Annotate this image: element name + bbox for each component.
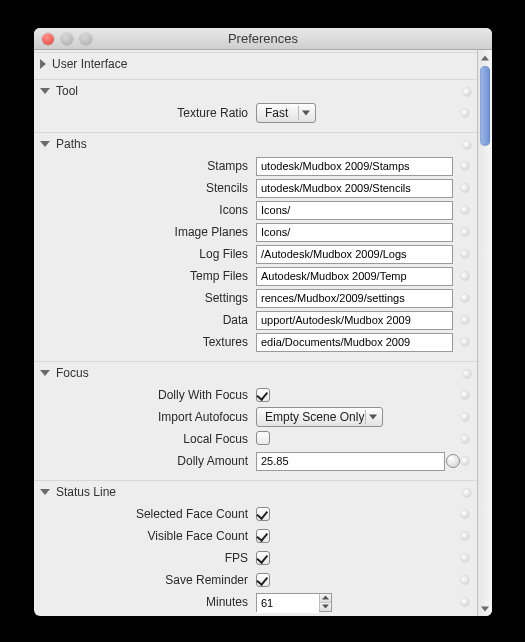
reset-icon[interactable] — [461, 272, 469, 280]
reset-icon[interactable] — [461, 510, 469, 518]
chevron-right-icon — [40, 59, 46, 69]
section-header-tool[interactable]: Tool — [40, 84, 471, 98]
section-reset-icon[interactable] — [463, 141, 471, 149]
row-settings: Settings — [40, 287, 471, 309]
section-header-status-line[interactable]: Status Line — [40, 485, 471, 499]
checkbox-fps[interactable] — [256, 551, 270, 565]
row-fps: FPS — [40, 547, 471, 569]
row-selected-face-count: Selected Face Count — [40, 503, 471, 525]
section-reset-icon[interactable] — [463, 489, 471, 497]
reset-icon[interactable] — [461, 338, 469, 346]
input-temp-files[interactable] — [256, 267, 453, 286]
select-import-autofocus[interactable]: Empty Scene Only — [256, 407, 383, 427]
minimize-icon[interactable] — [61, 33, 73, 45]
label-selected-face-count: Selected Face Count — [40, 507, 250, 521]
section-title: Focus — [56, 366, 89, 380]
spinner-minutes — [256, 593, 332, 612]
label-textures: Textures — [40, 335, 250, 349]
chevron-down-icon — [40, 88, 50, 94]
slider-thumb-icon[interactable] — [446, 454, 460, 468]
input-image-planes[interactable] — [256, 223, 453, 242]
reset-icon[interactable] — [461, 576, 469, 584]
label-data: Data — [40, 313, 250, 327]
section-status-line: Status Line Selected Face Count Visible … — [34, 480, 477, 616]
section-title: Status Line — [56, 485, 116, 499]
checkbox-selected-face-count[interactable] — [256, 507, 270, 521]
stepper-down-icon[interactable] — [320, 602, 331, 611]
section-reset-icon[interactable] — [463, 88, 471, 96]
window-controls — [42, 33, 92, 45]
section-title: Paths — [56, 137, 87, 151]
reset-icon[interactable] — [461, 413, 469, 421]
label-dolly-with-focus: Dolly With Focus — [40, 388, 250, 402]
label-visible-face-count: Visible Face Count — [40, 529, 250, 543]
label-icons: Icons — [40, 203, 250, 217]
row-image-planes: Image Planes — [40, 221, 471, 243]
label-temp-files: Temp Files — [40, 269, 250, 283]
row-stamps: Stamps — [40, 155, 471, 177]
zoom-icon[interactable] — [80, 33, 92, 45]
reset-icon[interactable] — [461, 532, 469, 540]
section-header-user-interface[interactable]: User Interface — [40, 57, 471, 71]
reset-icon[interactable] — [461, 250, 469, 258]
chevron-down-icon — [40, 489, 50, 495]
reset-icon[interactable] — [461, 184, 469, 192]
checkbox-dolly-with-focus[interactable] — [256, 388, 270, 402]
section-user-interface: User Interface — [34, 52, 477, 80]
label-dolly-amount: Dolly Amount — [40, 454, 250, 468]
vertical-scrollbar[interactable] — [477, 50, 492, 616]
row-stencils: Stencils — [40, 177, 471, 199]
label-image-planes: Image Planes — [40, 225, 250, 239]
reset-icon[interactable] — [461, 457, 469, 465]
checkbox-save-reminder[interactable] — [256, 573, 270, 587]
input-log-files[interactable] — [256, 245, 453, 264]
section-header-paths[interactable]: Paths — [40, 137, 471, 151]
label-local-focus: Local Focus — [40, 432, 250, 446]
close-icon[interactable] — [42, 33, 54, 45]
label-stencils: Stencils — [40, 181, 250, 195]
chevron-down-icon — [302, 111, 310, 116]
section-tool: Tool Texture Ratio Fast — [34, 79, 477, 133]
scroll-up-icon[interactable] — [478, 50, 492, 65]
reset-icon[interactable] — [461, 228, 469, 236]
input-icons[interactable] — [256, 201, 453, 220]
input-dolly-amount[interactable] — [256, 452, 445, 471]
reset-icon[interactable] — [461, 316, 469, 324]
select-texture-ratio[interactable]: Fast — [256, 103, 316, 123]
label-texture-ratio: Texture Ratio — [40, 106, 250, 120]
row-local-focus: Local Focus — [40, 428, 471, 450]
scroll-down-icon[interactable] — [478, 601, 492, 616]
reset-icon[interactable] — [461, 435, 469, 443]
reset-icon[interactable] — [461, 109, 469, 117]
reset-icon[interactable] — [461, 206, 469, 214]
chevron-down-icon — [369, 415, 377, 420]
input-data[interactable] — [256, 311, 453, 330]
section-reset-icon[interactable] — [463, 370, 471, 378]
reset-icon[interactable] — [461, 598, 469, 606]
stepper-up-icon[interactable] — [320, 594, 331, 602]
input-settings[interactable] — [256, 289, 453, 308]
reset-icon[interactable] — [461, 554, 469, 562]
label-settings: Settings — [40, 291, 250, 305]
section-paths: Paths Stamps Stencils Icons — [34, 132, 477, 362]
row-data: Data — [40, 309, 471, 331]
row-save-reminder: Save Reminder — [40, 569, 471, 591]
row-textures: Textures — [40, 331, 471, 353]
row-log-files: Log Files — [40, 243, 471, 265]
label-import-autofocus: Import Autofocus — [40, 410, 250, 424]
row-temp-files: Temp Files — [40, 265, 471, 287]
checkbox-local-focus[interactable] — [256, 431, 270, 445]
reset-icon[interactable] — [461, 294, 469, 302]
input-textures[interactable] — [256, 333, 453, 352]
input-stencils[interactable] — [256, 179, 453, 198]
input-minutes[interactable] — [257, 594, 319, 613]
reset-icon[interactable] — [461, 162, 469, 170]
section-header-focus[interactable]: Focus — [40, 366, 471, 380]
row-minutes: Minutes — [40, 591, 471, 613]
reset-icon[interactable] — [461, 391, 469, 399]
checkbox-visible-face-count[interactable] — [256, 529, 270, 543]
row-dolly-with-focus: Dolly With Focus — [40, 384, 471, 406]
input-stamps[interactable] — [256, 157, 453, 176]
row-texture-ratio: Texture Ratio Fast — [40, 102, 471, 124]
scroll-thumb[interactable] — [480, 66, 490, 146]
